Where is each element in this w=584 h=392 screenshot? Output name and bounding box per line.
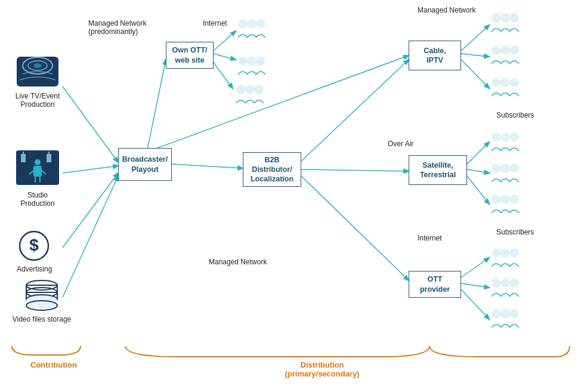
svg-line-18 [467, 176, 489, 204]
svg-line-6 [214, 31, 236, 51]
ott-provider-audience-top [489, 246, 522, 276]
svg-line-4 [146, 60, 166, 155]
svg-line-5 [172, 164, 243, 168]
managed-network-mid-label: Managed Network [209, 258, 267, 266]
svg-line-8 [214, 63, 233, 88]
svg-point-71 [501, 195, 509, 203]
svg-point-74 [501, 249, 509, 257]
subscribers-top-label: Subscribers [496, 111, 534, 119]
broadcaster-node: Broadcaster/ Playout [118, 148, 172, 181]
b2b-node: B2BDistributor/Localization [243, 152, 301, 187]
cable-audience-mid [489, 43, 522, 73]
svg-line-19 [461, 258, 489, 277]
svg-point-67 [492, 164, 500, 172]
svg-point-45 [26, 301, 57, 310]
svg-point-53 [246, 85, 254, 94]
svg-line-21 [461, 289, 489, 319]
svg-point-50 [248, 57, 256, 65]
svg-point-70 [492, 195, 500, 203]
svg-text:$: $ [29, 236, 39, 254]
svg-point-80 [501, 310, 509, 318]
studio-production-icon: Studio Production [11, 148, 64, 208]
satellite-node: Satellite,Terrestrial [409, 155, 467, 185]
svg-rect-27 [21, 154, 26, 162]
svg-point-77 [501, 279, 509, 287]
contribution-label: Contribution [18, 360, 89, 369]
svg-point-68 [501, 164, 509, 172]
svg-point-57 [510, 14, 518, 22]
live-tv-icon: Live TV/EventProduction [11, 48, 64, 109]
svg-point-59 [501, 46, 509, 54]
managed-network-right-label: Managed Network [418, 6, 475, 14]
ott-audience-bottom [234, 82, 267, 112]
svg-point-76 [492, 279, 500, 287]
advertising-icon: $ Advertising [17, 230, 52, 273]
svg-point-81 [510, 310, 518, 318]
svg-rect-29 [47, 154, 51, 162]
ott-provider-audience-mid [489, 276, 522, 305]
svg-line-16 [467, 142, 489, 164]
svg-point-79 [492, 310, 500, 318]
svg-point-51 [257, 57, 265, 65]
svg-point-69 [510, 164, 518, 172]
ott-provider-node: OTTprovider [409, 271, 461, 298]
svg-point-66 [510, 133, 518, 141]
satellite-audience-top [489, 130, 522, 160]
svg-point-72 [510, 195, 518, 203]
svg-point-62 [501, 78, 509, 87]
svg-point-49 [239, 57, 247, 65]
svg-rect-32 [33, 166, 42, 177]
svg-point-56 [501, 14, 509, 22]
cable-audience-bottom [489, 75, 522, 105]
internet-right-label: Internet [418, 234, 442, 242]
svg-point-61 [492, 78, 500, 87]
video-files-icon: Video files storage [12, 278, 72, 323]
svg-point-73 [492, 249, 500, 257]
svg-line-0 [63, 87, 118, 162]
svg-point-58 [492, 46, 500, 54]
svg-point-48 [257, 20, 265, 28]
internet-top-label: Internet [203, 19, 227, 27]
cable-iptv-node: Cable,IPTV [409, 41, 461, 70]
ott-provider-audience-bottom [489, 307, 522, 337]
distribution-label: Distribution(primary/secondary) [262, 360, 382, 378]
svg-point-64 [492, 133, 500, 141]
svg-point-75 [510, 249, 518, 257]
svg-point-52 [237, 85, 245, 94]
svg-line-7 [214, 54, 236, 60]
svg-line-2 [63, 173, 118, 248]
svg-line-20 [461, 283, 489, 288]
managed-network-top-label: Managed Network(predominantly) [88, 19, 146, 36]
svg-point-65 [501, 133, 509, 141]
svg-line-17 [467, 169, 489, 173]
svg-point-25 [33, 63, 42, 68]
svg-point-46 [239, 20, 247, 28]
svg-point-31 [35, 159, 41, 165]
over-air-label: Over Air [388, 140, 413, 148]
ott-audience-top [236, 17, 268, 47]
svg-point-78 [510, 279, 518, 287]
svg-point-47 [248, 20, 256, 28]
svg-line-10 [301, 169, 409, 171]
subscribers-mid-label: Subscribers [496, 228, 534, 236]
svg-line-12 [301, 176, 409, 280]
svg-point-63 [510, 78, 518, 87]
svg-line-9 [146, 55, 409, 152]
satellite-audience-bottom [489, 192, 522, 222]
ott-audience-mid [236, 54, 268, 84]
svg-point-55 [492, 14, 500, 22]
svg-line-14 [461, 54, 489, 57]
svg-line-15 [461, 60, 489, 88]
svg-point-60 [510, 46, 518, 54]
satellite-audience-mid [489, 161, 522, 191]
svg-point-54 [255, 85, 263, 94]
own-ott-node: Own OTT/web site [166, 42, 214, 69]
svg-line-1 [63, 166, 118, 173]
svg-line-13 [461, 25, 489, 51]
cable-audience-top [489, 11, 522, 41]
